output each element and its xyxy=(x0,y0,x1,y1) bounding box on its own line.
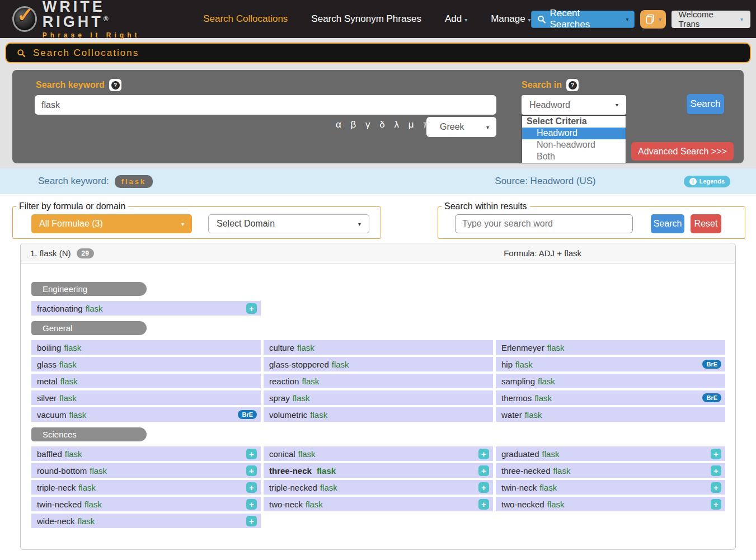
source-label: Source: Headword (US) xyxy=(495,176,595,187)
domain-select[interactable]: Select Domain ▾ xyxy=(208,214,369,233)
search-keyword-label: Search keyword xyxy=(36,80,105,90)
search-in-dropdown: Select Criteria Headword Non-headword Bo… xyxy=(522,115,626,163)
collocation-item[interactable]: hipflaskBrE xyxy=(496,357,725,371)
collocation-item[interactable]: waterflask xyxy=(496,407,725,422)
copy-pages-button[interactable]: ▾ xyxy=(640,10,665,29)
help-icon[interactable]: ? xyxy=(566,79,579,91)
app-logo[interactable]: ✓ WRITE RIGHT® Phrase It Right xyxy=(12,0,171,39)
keyword-input[interactable] xyxy=(35,95,496,115)
collocation-item[interactable]: triple-neckflask+ xyxy=(31,480,261,495)
add-collocation-button[interactable]: + xyxy=(711,449,721,459)
reset-button[interactable]: Reset xyxy=(691,214,721,233)
results-header: 1. flask (N) 29 Formula: ADJ + flask xyxy=(21,243,735,263)
help-icon[interactable]: ? xyxy=(109,79,121,91)
collocation-item[interactable]: cultureflask xyxy=(264,340,493,355)
main-content: Filter by formula or domain All Formulae… xyxy=(0,194,756,560)
nav-search-collocations[interactable]: Search Collocations xyxy=(203,13,288,25)
add-collocation-button[interactable]: + xyxy=(246,303,257,314)
section-badge: General xyxy=(31,321,147,335)
logo-tagline: Phrase It Right xyxy=(43,31,171,39)
summary-bar: Search keyword: flask Source: Headword (… xyxy=(0,168,756,194)
advanced-search-button[interactable]: Advanced Search >>> xyxy=(631,142,734,161)
collocation-grid: baffledflask+conicalflask+graduatedflask… xyxy=(31,446,725,528)
logo-checkmark-icon: ✓ xyxy=(12,6,37,32)
nav-links: Search Collocations Search Synonym Phras… xyxy=(203,13,531,25)
add-collocation-button[interactable]: + xyxy=(246,482,257,493)
collocation-item[interactable]: volumetricflask xyxy=(264,407,493,422)
collocation-item[interactable]: thermosflaskBrE xyxy=(496,390,725,405)
chevron-down-icon: ▾ xyxy=(486,124,489,130)
collocation-item[interactable]: boilingflask xyxy=(31,340,261,355)
collocation-item[interactable]: glassflask xyxy=(31,357,261,371)
collocation-item[interactable]: vacuumflaskBrE xyxy=(31,407,261,422)
collocation-item[interactable]: samplingflask xyxy=(496,374,725,388)
collocation-item[interactable]: fractionatingflask+ xyxy=(31,301,261,316)
search-within-button[interactable]: Search xyxy=(651,214,684,233)
add-collocation-button[interactable]: + xyxy=(246,449,257,459)
chevron-down-icon: ▾ xyxy=(358,221,361,227)
nav-add-menu[interactable]: Add▾ xyxy=(445,13,467,25)
add-collocation-button[interactable]: + xyxy=(246,465,257,476)
collocation-item[interactable]: triple-neckedflask+ xyxy=(264,480,493,495)
letter-set-select[interactable]: Greek ▾ xyxy=(426,117,496,137)
search-in-select[interactable]: Headword ▾ xyxy=(522,95,626,115)
search-panel: Search keyword ? α β γ δ λ μ π σ ω Greek… xyxy=(12,70,744,163)
bre-badge: BrE xyxy=(702,393,721,402)
add-collocation-button[interactable]: + xyxy=(478,465,489,476)
collocation-item[interactable]: metalflask xyxy=(31,374,261,388)
collocation-item[interactable]: glass-stopperedflask xyxy=(264,357,493,371)
nav-manage-menu[interactable]: Manage▾ xyxy=(491,13,530,25)
dropdown-option-non-headword[interactable]: Non-headword xyxy=(522,139,626,151)
registered-mark: ® xyxy=(104,15,109,23)
collocation-grid: fractionatingflask+ xyxy=(31,301,725,316)
search-within-legend: Search within results xyxy=(442,201,530,211)
collocation-item[interactable]: three-neckedflask+ xyxy=(496,463,725,478)
results-panel: 1. flask (N) 29 Formula: ADJ + flask Eng… xyxy=(20,243,736,550)
chevron-down-icon: ▾ xyxy=(464,17,467,23)
chevron-down-icon: ▾ xyxy=(626,16,628,22)
collocation-item[interactable]: two-neckedflask+ xyxy=(496,497,725,511)
bre-badge: BrE xyxy=(702,360,721,369)
bre-badge: BrE xyxy=(238,410,257,419)
add-collocation-button[interactable]: + xyxy=(478,482,489,493)
chevron-down-icon: ▾ xyxy=(659,16,661,22)
collocation-item[interactable]: twin-neckedflask+ xyxy=(31,497,261,511)
collocation-item[interactable]: twin-neckflask+ xyxy=(496,480,725,495)
collocation-item[interactable]: reactionflask xyxy=(264,374,493,388)
add-collocation-button[interactable]: + xyxy=(711,499,721,510)
add-collocation-button[interactable]: + xyxy=(246,516,257,526)
collocation-item[interactable]: three-neckflask+ xyxy=(264,463,493,478)
collocation-item[interactable]: two-neckflask+ xyxy=(264,497,493,511)
search-icon xyxy=(537,15,546,24)
dropdown-option-both[interactable]: Both xyxy=(522,151,626,163)
search-button[interactable]: Search xyxy=(687,94,724,114)
navbar: ✓ WRITE RIGHT® Phrase It Right Search Co… xyxy=(0,0,756,38)
collocation-item[interactable]: sprayflask xyxy=(264,390,493,405)
collocation-item[interactable]: Erlenmeyerflask xyxy=(496,340,725,355)
nav-search-synonym-phrases[interactable]: Search Synonym Phrases xyxy=(311,13,421,25)
copy-icon xyxy=(645,13,656,25)
legends-button[interactable]: i Legends xyxy=(684,176,730,187)
search-within-input[interactable] xyxy=(455,214,633,233)
collocation-item[interactable]: graduatedflask+ xyxy=(496,446,725,461)
results-count-badge: 29 xyxy=(77,248,94,258)
collocation-item[interactable]: conicalflask+ xyxy=(264,446,493,461)
chevron-down-icon: ▾ xyxy=(616,102,618,108)
recent-searches-button[interactable]: Recent Searches ▾ xyxy=(531,11,635,28)
user-menu-button[interactable]: Welcome Trans ▾ xyxy=(672,11,750,28)
formula-select[interactable]: All Formulae (3) ▾ xyxy=(31,214,192,233)
add-collocation-button[interactable]: + xyxy=(478,449,489,459)
dropdown-option-headword[interactable]: Headword xyxy=(522,128,626,139)
collocation-item[interactable]: silverflask xyxy=(31,390,261,405)
add-collocation-button[interactable]: + xyxy=(478,499,489,510)
chevron-down-icon: ▾ xyxy=(740,16,743,22)
add-collocation-button[interactable]: + xyxy=(246,499,257,510)
collocation-item[interactable]: wide-neckflask+ xyxy=(31,514,261,528)
add-collocation-button[interactable]: + xyxy=(711,465,721,476)
search-within-fieldset: Search within results Search Reset xyxy=(438,201,745,239)
add-collocation-button[interactable]: + xyxy=(711,482,721,493)
chevron-down-icon: ▾ xyxy=(181,221,184,227)
collocation-item[interactable]: round-bottomflask+ xyxy=(31,463,261,478)
collocation-item[interactable]: baffledflask+ xyxy=(31,446,261,461)
search-icon xyxy=(17,49,26,58)
